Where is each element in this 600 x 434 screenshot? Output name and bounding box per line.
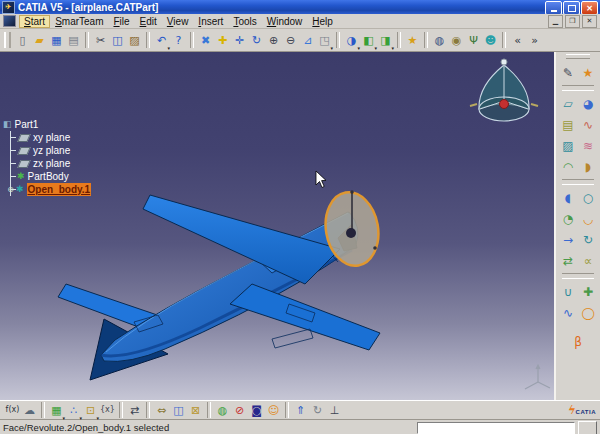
extract-button[interactable]: ◔ xyxy=(558,208,578,229)
sketcher-button[interactable]: ✎ xyxy=(558,62,578,83)
dropdown-caret-icon[interactable]: ▾ xyxy=(330,45,333,51)
copy-button[interactable]: ◫ xyxy=(109,31,126,49)
rotate-button[interactable]: ↻ xyxy=(248,31,265,49)
whats-this-button[interactable]: ? xyxy=(170,31,187,49)
relations-button[interactable]: ∴▾ xyxy=(65,401,82,419)
axis-system-button[interactable]: ⊥ xyxy=(326,401,343,419)
exchange-button[interactable]: ⇄ xyxy=(126,401,143,419)
split-button[interactable]: ◗ xyxy=(578,156,598,177)
next-view-icon: » xyxy=(531,35,538,46)
update-all-button[interactable]: ⇑ xyxy=(292,401,309,419)
dropdown-caret-icon[interactable]: ▾ xyxy=(391,45,394,51)
shaded-edges-button[interactable]: ◧▾ xyxy=(360,31,377,49)
untrim-button[interactable]: ◯ xyxy=(578,302,598,323)
blend-surface-button[interactable]: ◠ xyxy=(558,156,578,177)
new-document-button[interactable]: ▯ xyxy=(14,31,31,49)
menu-insert[interactable]: Insert xyxy=(193,15,228,28)
symmetry-button[interactable]: ⇄ xyxy=(558,250,578,271)
fit-all-in-button[interactable]: ✚ xyxy=(214,31,231,49)
equivalent-dimensions-button[interactable]: {x} xyxy=(99,401,116,419)
lock-parameters-button[interactable]: ⊡▾ xyxy=(82,401,99,419)
instantiate-power-copy-button[interactable]: ★ xyxy=(578,62,598,83)
fly-mode-button[interactable]: ✖ xyxy=(197,31,214,49)
menu-smarteam[interactable]: SmarTeam xyxy=(50,15,108,28)
print-button[interactable]: ▤ xyxy=(65,31,82,49)
design-table-button[interactable]: ▦▾ xyxy=(48,401,65,419)
compass-free-rotation-handle[interactable] xyxy=(500,100,509,109)
graduated-background-button[interactable]: ★ xyxy=(404,31,421,49)
offset-surface-button[interactable]: ▤ xyxy=(558,114,578,135)
boundary-button[interactable]: ○ xyxy=(578,187,598,208)
wireframe-button[interactable]: ◨▾ xyxy=(377,31,394,49)
doc-restore-button[interactable]: ❐ xyxy=(565,15,580,28)
close-button[interactable]: ✕ xyxy=(581,1,598,15)
previous-view-button[interactable]: « xyxy=(509,31,526,49)
toolbar-grip[interactable] xyxy=(4,32,11,48)
3d-scene-canvas[interactable] xyxy=(0,52,554,400)
open-button[interactable]: ▰ xyxy=(31,31,48,49)
formula-button[interactable]: f(x) xyxy=(4,401,21,419)
revolve-surface-button[interactable]: ◕ xyxy=(578,93,598,114)
lock-document-button[interactable]: ⊠ xyxy=(187,401,204,419)
normal-view-button[interactable]: ⊿ xyxy=(299,31,316,49)
pan-button[interactable]: ✛ xyxy=(231,31,248,49)
fill-surface-button[interactable]: ▨ xyxy=(558,135,578,156)
toolbar-separator xyxy=(336,32,340,48)
menu-file[interactable]: File xyxy=(108,15,134,28)
menu-view[interactable]: View xyxy=(162,15,194,28)
paste-button[interactable]: ▨ xyxy=(126,31,143,49)
formula-icon: f(x) xyxy=(6,406,20,414)
rotate-tool-button[interactable]: ↻ xyxy=(578,229,598,250)
next-view-button[interactable]: » xyxy=(526,31,543,49)
refresh-button[interactable]: ↻ xyxy=(309,401,326,419)
depth-effect-button[interactable]: ◙ xyxy=(248,401,265,419)
document-icon[interactable] xyxy=(3,15,16,27)
status-resize-button[interactable] xyxy=(578,421,597,434)
refresh-icon: ↻ xyxy=(313,405,322,416)
curve-smooth-button[interactable]: ∿ xyxy=(558,302,578,323)
remove-material-button[interactable]: ⊘ xyxy=(231,401,248,419)
3d-viewport[interactable]: ◧ Part1 xy planeyz planezx plane✱PartBod… xyxy=(0,52,554,400)
shape-fillet-icon: ◡ xyxy=(583,213,593,225)
menu-tools[interactable]: Tools xyxy=(228,15,261,28)
menu-window[interactable]: Window xyxy=(262,15,308,28)
toolbar-grip[interactable] xyxy=(566,54,590,59)
undo-button[interactable]: ↶▾ xyxy=(153,31,170,49)
sweep-surface-button[interactable]: ∿ xyxy=(578,114,598,135)
extrude-surface-button[interactable]: ▱ xyxy=(558,93,578,114)
trim-button[interactable]: ◖ xyxy=(558,187,578,208)
shaded-button[interactable]: ◑▾ xyxy=(343,31,360,49)
apply-material-button[interactable]: ◍ xyxy=(214,401,231,419)
player-button[interactable]: ☻ xyxy=(482,31,499,49)
doc-minimize-button[interactable]: ▁ xyxy=(548,15,563,28)
menu-edit[interactable]: Edit xyxy=(135,15,162,28)
restore-button[interactable] xyxy=(563,1,580,15)
magnifier-button[interactable]: ◉ xyxy=(448,31,465,49)
join-button[interactable]: ∪ xyxy=(558,281,578,302)
translate-button[interactable]: → xyxy=(558,229,578,250)
loft-surface-button[interactable]: ≋ xyxy=(578,135,598,156)
scaling-button[interactable]: ∝ xyxy=(578,250,598,271)
swap-visible-space-button[interactable]: Ψ xyxy=(465,31,482,49)
measure-item-button[interactable]: ◫ xyxy=(170,401,187,419)
zoom-out-button[interactable]: ⊖ xyxy=(282,31,299,49)
iso-view-button[interactable]: ◳▾ xyxy=(316,31,333,49)
hide-show-button[interactable]: ◍ xyxy=(431,31,448,49)
doc-close-button[interactable]: ✕ xyxy=(582,15,597,28)
manikin-button[interactable]: ☺ xyxy=(265,401,282,419)
menu-bar: StartSmarTeamFileEditViewInsertToolsWind… xyxy=(0,14,600,29)
menu-help[interactable]: Help xyxy=(307,15,338,28)
shape-fillet-button[interactable]: ◡ xyxy=(578,208,598,229)
save-button[interactable]: ▦ xyxy=(48,31,65,49)
minimize-button[interactable] xyxy=(545,1,562,15)
measure-between-button[interactable]: ⇔ xyxy=(153,401,170,419)
knowledge-comment-button[interactable]: ☁ xyxy=(21,401,38,419)
loft-surface-icon: ≋ xyxy=(583,140,593,152)
menu-start[interactable]: Start xyxy=(19,15,50,28)
power-input-field[interactable] xyxy=(417,422,575,434)
freestyle-workbench-button[interactable]: β xyxy=(568,331,588,352)
zoom-in-button[interactable]: ⊕ xyxy=(265,31,282,49)
healing-button[interactable]: ✚ xyxy=(578,281,598,302)
view-compass[interactable] xyxy=(470,59,538,121)
cut-button[interactable]: ✂ xyxy=(92,31,109,49)
